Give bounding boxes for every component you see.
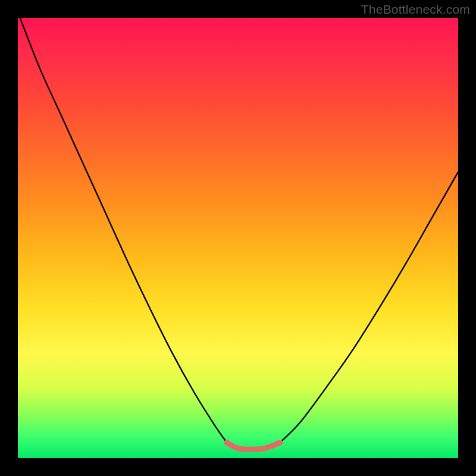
curve-layer (18, 18, 458, 458)
right-branch-line (280, 172, 458, 443)
valley-floor-marker (227, 443, 280, 449)
watermark-text: TheBottleneck.com (361, 2, 470, 17)
plot-area (18, 18, 458, 458)
valley-left-endcap (224, 440, 230, 446)
left-branch-line (20, 18, 227, 443)
valley-right-endcap (277, 440, 283, 446)
chart-stage: TheBottleneck.com (0, 0, 476, 476)
